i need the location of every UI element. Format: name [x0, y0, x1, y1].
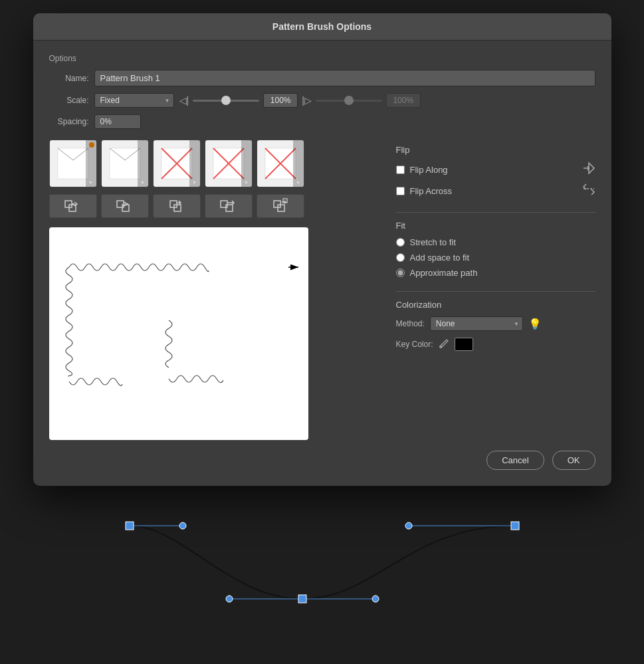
- divider-1: [396, 212, 595, 213]
- fit-addspace-row: Add space to fit: [396, 253, 595, 263]
- svg-rect-38: [511, 522, 519, 530]
- scale-pct-input1[interactable]: [263, 93, 298, 108]
- left-column: [49, 140, 383, 440]
- svg-rect-17: [170, 201, 177, 207]
- tile-btn-outer[interactable]: [101, 140, 149, 187]
- fit-stretch-row: Stretch to fit: [396, 237, 595, 247]
- key-color-label: Key Color:: [396, 340, 433, 349]
- flip-across-checkbox[interactable]: [396, 187, 405, 195]
- key-color-swatch[interactable]: [455, 338, 473, 351]
- svg-point-42: [405, 522, 412, 529]
- svg-marker-26: [589, 163, 594, 173]
- flip-across-label: Flip Across: [410, 186, 453, 196]
- tile-wrapper-end: [257, 140, 304, 187]
- dialog-title: Pattern Brush Options: [33, 13, 611, 41]
- tile-dropdown-inner[interactable]: [189, 140, 200, 187]
- svg-rect-18: [174, 205, 181, 211]
- flip-along-label: Flip Along: [410, 165, 448, 175]
- options-label: Options: [49, 54, 595, 63]
- tile-icon-row: [49, 194, 383, 218]
- tile-btn-side[interactable]: [49, 140, 97, 187]
- tile-wrapper-side: [49, 140, 97, 187]
- scale-select-wrapper: Fixed Proportional: [94, 93, 174, 108]
- tile-btn-inner[interactable]: [153, 140, 201, 187]
- fit-approx-label: Approximate path: [410, 268, 478, 278]
- svg-rect-0: [58, 148, 88, 179]
- fit-addspace-label: Add space to fit: [410, 253, 470, 263]
- flip-across-icon: [582, 183, 595, 199]
- tile-icon-btn-2[interactable]: [101, 194, 149, 218]
- method-row: Method: None Tints Tints and Shades Hue …: [396, 316, 595, 331]
- pattern-brush-dialog: Pattern Brush Options Options Name: Scal…: [33, 13, 611, 486]
- scale-label: Scale:: [49, 96, 89, 105]
- tile-btn-end[interactable]: [257, 140, 304, 187]
- tile-btn-start[interactable]: [205, 140, 253, 187]
- tile-icon-btn-4[interactable]: [205, 194, 253, 218]
- fit-approx-radio[interactable]: [396, 269, 405, 277]
- tile-icon-btn-1[interactable]: [49, 194, 97, 218]
- svg-point-41: [372, 596, 379, 602]
- svg-rect-1: [110, 148, 140, 179]
- svg-rect-37: [298, 595, 306, 603]
- tile-dropdown-outer[interactable]: [138, 140, 148, 187]
- lightbulb-icon[interactable]: 💡: [528, 318, 542, 330]
- preview-canvas: [49, 227, 308, 440]
- scale-controls: Fixed Proportional ◁| |▷: [94, 93, 421, 108]
- flip-along-icon: [582, 162, 595, 177]
- flip-label: Flip: [396, 145, 595, 155]
- fit-section: Fit Stretch to fit Add space to fit Appr…: [396, 221, 595, 278]
- flip-section: Flip Flip Along: [396, 145, 595, 199]
- scale-slider2: [316, 100, 382, 102]
- svg-point-39: [179, 522, 186, 529]
- svg-rect-36: [126, 522, 134, 530]
- svg-rect-21: [274, 201, 280, 207]
- method-select[interactable]: None Tints Tints and Shades Hue Shift: [430, 316, 523, 331]
- tile-wrapper-outer: [101, 140, 149, 187]
- flip-along-row: Flip Along: [396, 162, 595, 177]
- ok-button[interactable]: OK: [552, 451, 595, 470]
- preview-svg: [49, 227, 308, 440]
- scale-slider-left-icon: ◁|: [179, 95, 189, 106]
- scale-row: Scale: Fixed Proportional ◁| |▷: [49, 93, 595, 108]
- main-content: Flip Flip Along: [49, 140, 595, 440]
- name-input[interactable]: [94, 70, 595, 86]
- flip-along-checkbox[interactable]: [396, 166, 405, 174]
- fit-stretch-radio[interactable]: [396, 238, 405, 247]
- fit-stretch-label: Stretch to fit: [410, 237, 456, 247]
- tile-dropdown-side[interactable]: [86, 140, 96, 187]
- tile-dropdown-start[interactable]: [241, 140, 252, 187]
- flip-across-row: Flip Across: [396, 183, 595, 199]
- colorization-section: Colorization Method: None Tints Tints an…: [396, 300, 595, 351]
- scale-select[interactable]: Fixed Proportional: [94, 93, 174, 108]
- spacing-label: Spacing:: [49, 117, 89, 126]
- bezier-svg: [116, 506, 528, 612]
- spacing-input[interactable]: [94, 114, 141, 129]
- key-color-row: Key Color:: [396, 338, 595, 351]
- tile-wrapper-inner: [153, 140, 201, 187]
- fit-approx-row: Approximate path: [396, 268, 595, 278]
- tile-dropdown-end[interactable]: [293, 140, 304, 187]
- name-row: Name:: [49, 70, 595, 86]
- cancel-button[interactable]: Cancel: [486, 451, 544, 470]
- tile-icon-btn-5[interactable]: [257, 194, 304, 218]
- bezier-area: [33, 486, 611, 632]
- scale-slider1[interactable]: [193, 100, 259, 102]
- scale-slider-right-icon: |▷: [302, 95, 312, 106]
- eyedropper-icon[interactable]: [439, 338, 449, 351]
- scale-slider-container1: ◁| |▷: [179, 93, 421, 108]
- svg-point-40: [226, 596, 233, 602]
- right-column: Flip Flip Along: [396, 140, 595, 440]
- tile-icon-btn-3[interactable]: [153, 194, 201, 218]
- divider-2: [396, 291, 595, 292]
- fit-label: Fit: [396, 221, 595, 231]
- colorization-label: Colorization: [396, 300, 595, 310]
- dialog-footer: Cancel OK: [49, 440, 595, 470]
- options-section: Options Name: Scale: Fixed Proportional …: [49, 54, 595, 129]
- tile-wrapper-start: [205, 140, 253, 187]
- name-label: Name:: [49, 74, 89, 83]
- scale-pct-input2: [386, 93, 421, 108]
- svg-rect-11: [65, 201, 72, 207]
- tile-buttons-row: [49, 140, 383, 187]
- fit-addspace-radio[interactable]: [396, 253, 405, 262]
- method-select-wrapper: None Tints Tints and Shades Hue Shift: [430, 316, 523, 331]
